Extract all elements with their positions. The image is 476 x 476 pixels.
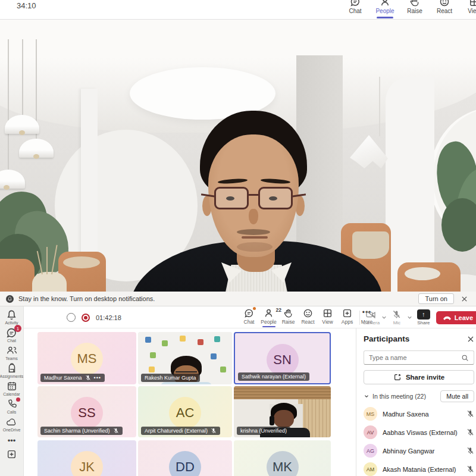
mic-off-icon[interactable]: [466, 410, 474, 418]
participant-row[interactable]: AV Aabhas Viswas (External): [364, 423, 474, 441]
participant-search: [364, 350, 474, 365]
leave-button[interactable]: Leave: [436, 311, 476, 324]
camera-label: Camera: [363, 320, 380, 325]
activity-bell-icon: [6, 309, 17, 321]
react-icon: [439, 0, 450, 7]
sidebar-label: Chat: [7, 339, 16, 343]
chat-icon: 1: [6, 327, 17, 339]
speaker-mouth: [242, 236, 268, 239]
glasses-lens: [214, 187, 249, 209]
mic-off-icon[interactable]: [466, 428, 474, 436]
chat-button[interactable]: Chat: [239, 306, 259, 328]
sidebar-item-calls[interactable]: Calls: [0, 399, 24, 414]
top-chat-label: Chat: [349, 8, 361, 14]
camera-off-icon: [365, 310, 377, 320]
view-button[interactable]: View: [318, 306, 337, 328]
mute-all-button[interactable]: Mute all: [440, 390, 474, 402]
participant-tile-krishna[interactable]: krishna (Unverified): [234, 386, 331, 437]
react-button[interactable]: React: [298, 306, 318, 328]
participant-name: Madhur Saxena: [383, 411, 461, 418]
view-label: View: [322, 319, 333, 325]
participant-tile-mk[interactable]: MK: [234, 440, 331, 476]
recording-indicator-icon: [82, 314, 90, 322]
meeting-controls-center: Chat 22 People Raise React: [239, 306, 377, 328]
sidebar-item-activity[interactable]: Activity: [0, 309, 24, 325]
participant-tile-arpit[interactable]: AC Arpit Chaturvedi (External): [138, 386, 232, 437]
participant-row[interactable]: AG Abhinay Gangwar: [364, 441, 474, 460]
sidebar-item-chat[interactable]: 1 Chat: [0, 327, 24, 343]
top-people-button[interactable]: People: [370, 0, 400, 20]
participant-tile-sachin[interactable]: SS Sachin Sharma (Unverified): [37, 386, 136, 437]
calls-notification-dot: [16, 397, 20, 402]
camera-options-chevron-icon[interactable]: [381, 314, 387, 321]
participant-tile-sathwik[interactable]: SN Sathwik narayan (External): [234, 332, 331, 384]
top-react-label: React: [437, 8, 452, 14]
view-icon: [322, 308, 333, 318]
sidebar-item-teams[interactable]: Teams: [0, 345, 24, 361]
people-label: People: [261, 319, 276, 325]
raise-hand-icon: [283, 308, 293, 318]
add-app-icon[interactable]: [7, 449, 17, 459]
participant-name-chip: Arpit Chaturvedi (External): [141, 427, 220, 435]
sidebar-item-calendar[interactable]: Calendar: [0, 381, 24, 396]
share-label: Share: [417, 320, 430, 325]
sidebar-item-onedrive[interactable]: OneDrive: [0, 416, 24, 432]
top-chat-button[interactable]: Chat: [340, 0, 370, 20]
apps-button[interactable]: Apps: [337, 306, 357, 328]
participant-row[interactable]: MS Madhur Saxena: [364, 405, 474, 423]
avatar: AC: [169, 397, 201, 429]
dried-flowers: [46, 247, 48, 274]
notification-bell-icon: [6, 295, 14, 303]
chair-cushion: [405, 267, 440, 280]
participant-tile-dd[interactable]: DD: [138, 440, 232, 476]
notification-message: Stay in the know. Turn on desktop notifi…: [18, 295, 414, 302]
participant-row[interactable]: AM Akash Matania (External): [364, 460, 474, 476]
meeting-status-group: 01:42:18: [67, 306, 121, 328]
more-apps-icon[interactable]: •••: [8, 437, 16, 444]
mic-off-icon[interactable]: [466, 447, 474, 455]
participant-tile-rakesh[interactable]: Rakesh Kumar Gupta: [138, 332, 232, 384]
chat-alert-dot: [253, 307, 256, 310]
in-meeting-toggle[interactable]: In this meeting (22): [364, 393, 426, 400]
scene-pillar: [386, 77, 434, 292]
top-view-button[interactable]: View: [459, 0, 476, 20]
tile-more-icon[interactable]: •••: [94, 375, 101, 381]
mic-options-chevron-icon[interactable]: [406, 314, 413, 321]
raise-hand-icon: [409, 0, 420, 7]
camera-button[interactable]: Camera: [362, 310, 380, 325]
top-raise-button[interactable]: Raise: [400, 0, 430, 20]
chair-cushion: [63, 256, 100, 268]
avatar: MK: [267, 451, 299, 476]
top-raise-label: Raise: [407, 8, 422, 14]
participant-tile-madhur[interactable]: MS Madhur Saxena •••: [37, 332, 136, 384]
people-button[interactable]: 22 People: [259, 306, 278, 328]
close-panel-icon[interactable]: [467, 336, 474, 343]
cloud-icon: [6, 416, 17, 428]
meeting-main-area: 01:42:18 Chat 22 People Raise: [24, 306, 476, 476]
lamp-stem: [8, 39, 9, 171]
share-invite-button[interactable]: Share invite: [364, 370, 474, 384]
chat-icon: [350, 0, 361, 7]
dismiss-notification-icon[interactable]: [461, 296, 468, 302]
sidebar-label: OneDrive: [3, 428, 21, 432]
speaker-chin-shadow: [237, 242, 273, 252]
participants-header: Participants: [364, 334, 474, 343]
people-icon: [380, 0, 390, 7]
participant-name: Sathwik narayan (External): [242, 374, 306, 380]
participant-name-chip: Sathwik narayan (External): [238, 372, 309, 381]
turn-on-notifications-button[interactable]: Turn on: [418, 293, 454, 304]
lamp-bulb: [4, 185, 10, 190]
speaker-nose: [249, 209, 258, 224]
mic-off-icon[interactable]: [466, 465, 474, 473]
top-react-button[interactable]: React: [430, 0, 459, 20]
search-icon: [461, 354, 469, 362]
side-table: [32, 272, 67, 292]
participant-tile-jk[interactable]: JK: [37, 440, 136, 476]
raise-button[interactable]: Raise: [278, 306, 298, 328]
mic-button[interactable]: Mic: [388, 310, 406, 325]
share-button[interactable]: ↑ Share: [417, 309, 430, 325]
sidebar-item-assignments[interactable]: Assignments: [0, 363, 24, 378]
participant-search-input[interactable]: [369, 354, 461, 361]
share-arrow-icon: ↑: [417, 309, 430, 320]
sponsor-logo: [180, 336, 186, 342]
